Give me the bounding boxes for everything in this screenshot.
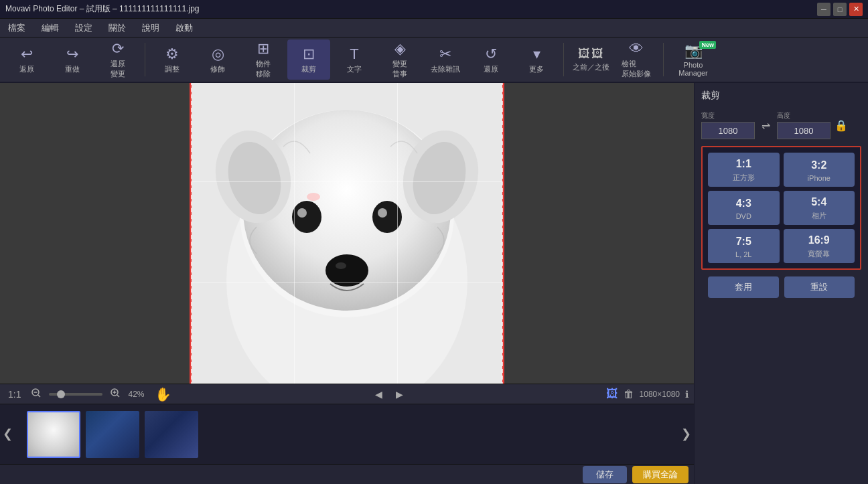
filmstrip-next-icon[interactable]: ❯ [681,426,691,441]
titlebar: Movavi Photo Editor – 試用版 – 111111111111… [0,0,868,19]
filmstrip-nav-left[interactable]: ❮ [0,404,15,464]
save-button[interactable]: 儲存 [583,466,627,483]
remove-bg-label: 去除雜訊 [431,64,460,74]
preview-label: 檢視 原始影像 [622,59,651,79]
hand-cursor-icon[interactable]: ✋ [155,386,171,402]
undo-icon: ↩ [21,46,33,63]
redo-icon: ↪ [66,46,78,63]
more-button[interactable]: ▾ 更多 [515,39,558,80]
width-input[interactable] [701,122,755,139]
content: 1:1 42% ✋ ◀ ▶ 🖼 🗑 [0,83,868,484]
restore-label: 還原 變更 [111,59,125,79]
photo-manager-button[interactable]: New 📷 Photo Manager [669,39,717,80]
menu-launch[interactable]: 啟動 [173,21,196,35]
retouch-label: 修飾 [210,64,225,74]
photo-container [190,83,504,384]
dog-photo-svg [190,83,504,384]
nav-left-button[interactable]: ◀ [371,388,386,401]
restore2-icon: ↺ [485,46,497,63]
svg-point-11 [378,208,387,218]
more-label: 更多 [529,64,544,74]
redo-button[interactable]: ↪ 重做 [51,39,94,80]
svg-point-10 [297,208,307,218]
minimize-button[interactable]: ─ [817,3,830,16]
ratio-7-5-button[interactable]: 7:5 L, 2L [708,229,780,263]
svg-point-9 [372,201,402,233]
info-button[interactable]: ℹ [685,389,689,400]
reset-button[interactable]: 重設 [784,276,855,298]
redo-label: 重做 [65,64,80,74]
object-remove-button[interactable]: ⊞ 物件 移除 [242,39,285,80]
retouch-icon: ◎ [212,46,224,63]
zoom-out-button[interactable] [29,387,44,401]
crop-button[interactable]: ⊡ 裁剪 [287,39,330,80]
ratio-1-1-value: 1:1 [736,158,751,170]
zoom-slider[interactable] [49,393,102,396]
crop-icon: ⊡ [303,46,315,63]
ratio-4-3-name: DVD [736,212,751,220]
filmstrip-thumb-1[interactable] [27,411,80,458]
ratio-16-9-button[interactable]: 16:9 寬螢幕 [784,229,855,263]
remove-bg-icon: ✂ [439,46,451,63]
height-input[interactable] [777,122,830,139]
filmstrip-thumb-2[interactable] [86,411,139,458]
preview-button[interactable]: 👁 檢視 原始影像 [615,39,658,80]
filmstrip-prev-icon[interactable]: ❮ [3,426,13,441]
apply-button[interactable]: 套用 [708,276,779,298]
trash-button[interactable]: 🗑 [624,388,634,400]
retouch-button[interactable]: ◎ 修飾 [196,39,239,80]
ratio-1-1-name: 正方形 [733,173,755,183]
undo-button[interactable]: ↩ 返原 [5,39,48,80]
canvas-area [0,83,694,384]
ratio-4-3-button[interactable]: 4:3 DVD [708,191,780,225]
footer: 儲存 購買全論 [0,464,694,484]
filmstrip-nav-right[interactable]: ❯ [678,404,694,464]
ratio-5-4-button[interactable]: 5:4 相片 [784,191,855,225]
menu-help[interactable]: 說明 [139,21,162,35]
zoom-percent: 42% [128,390,149,399]
restore-button[interactable]: ⟳ 還原 變更 [96,39,139,80]
close-button[interactable]: ✕ [849,3,863,16]
link-ratio-icon[interactable]: ⇌ [759,119,773,132]
nav-right-button[interactable]: ▶ [392,388,407,401]
image-icon: 🖼 [606,387,618,401]
before-after-label: 之前／之後 [573,62,609,72]
window-title: Movavi Photo Editor – 試用版 – 111111111111… [5,3,200,15]
left-content: 1:1 42% ✋ ◀ ▶ 🖼 🗑 [0,83,694,484]
ratio-5-4-value: 5:4 [811,196,826,208]
width-label: 寬度 [701,111,755,120]
remove-bg-button[interactable]: ✂ 去除雜訊 [424,39,467,80]
svg-line-16 [38,395,40,397]
ratio-3-2-value: 3:2 [811,159,826,171]
height-label: 高度 [777,111,830,120]
restore2-label: 還原 [484,64,498,74]
lock-icon[interactable]: 🔒 [835,119,848,132]
transform-button[interactable]: ◈ 變更 昔事 [378,39,421,80]
ratio-16-9-value: 16:9 [808,234,830,246]
crop-title: 裁剪 [701,90,861,102]
filmstrip-thumb-3[interactable] [145,411,198,458]
menu-file[interactable]: 檔案 [5,21,28,35]
dimension-row: 寬度 ⇌ 高度 🔒 [701,111,861,139]
ratio-3-2-button[interactable]: 3:2 iPhone [784,153,855,187]
restore-icon: ⟳ [112,40,124,58]
menu-settings[interactable]: 設定 [72,21,95,35]
menu-about[interactable]: 關於 [106,21,129,35]
text-button[interactable]: T 文字 [333,39,376,80]
adjust-button[interactable]: ⚙ 調整 [151,39,194,80]
fit-button[interactable]: 1:1 [5,388,23,401]
transform-label: 變更 昔事 [392,59,407,79]
svg-point-13 [336,262,346,269]
before-after-button[interactable]: 🖼🖼 之前／之後 [569,39,612,80]
zoom-in-button[interactable] [108,387,123,401]
ratio-1-1-button[interactable]: 1:1 正方形 [708,153,780,187]
menu-edit[interactable]: 編輯 [39,21,62,35]
maximize-button[interactable]: □ [833,3,847,16]
preview-icon: 👁 [629,40,644,58]
photo-manager-label: Photo Manager [678,61,707,77]
buy-button[interactable]: 購買全論 [632,466,689,483]
new-badge: New [699,41,716,49]
restore2-button[interactable]: ↺ 還原 [469,39,512,80]
ratio-3-2-name: iPhone [808,174,830,182]
action-row: 套用 重設 [701,276,861,298]
